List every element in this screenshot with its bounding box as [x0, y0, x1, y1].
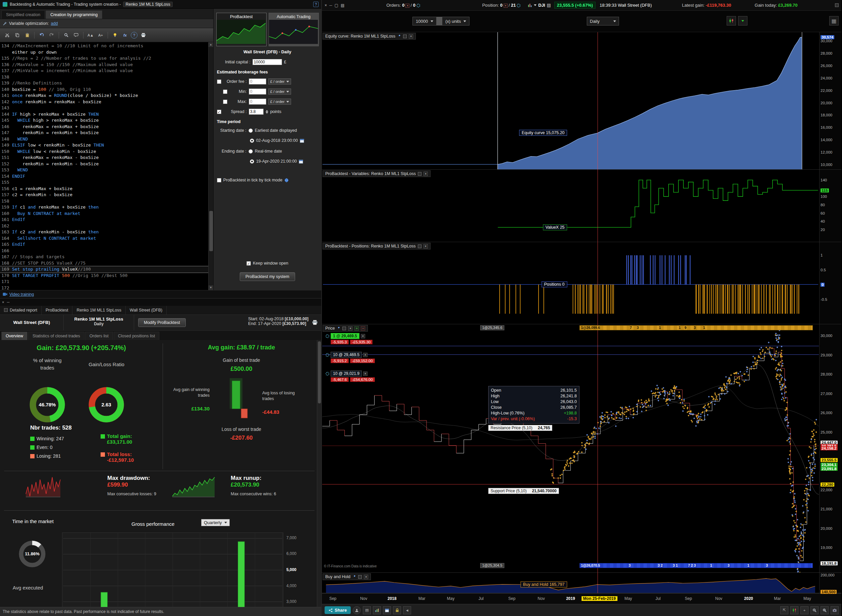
print-icon[interactable]: [139, 31, 148, 40]
buy-icon[interactable]: +: [355, 326, 359, 331]
starting-date-radio[interactable]: [250, 138, 254, 143]
code-line[interactable]: 140boxSize = 100 // 100, Orig 110: [0, 87, 213, 93]
code-line[interactable]: 169Set stop ptrailing ValueX//100: [0, 266, 213, 273]
expand-icon[interactable]: ⇱: [780, 606, 788, 615]
scroll-up-icon[interactable]: ▲: [208, 42, 213, 47]
paste-icon[interactable]: [23, 31, 32, 40]
code-line[interactable]: 149ELSIF low < renkoMin - boxSize THEN: [0, 142, 213, 148]
equity-panel-tab[interactable]: Equity curve: Renko 1M ML1 StpLoss ×: [323, 33, 416, 40]
chart-list-icon[interactable]: [373, 606, 381, 615]
minimize-icon[interactable]: ─: [329, 3, 332, 8]
code-line[interactable]: 152 renkoMin = renkoMin - boxSize: [0, 161, 213, 167]
optimize-icon[interactable]: [111, 31, 119, 40]
quantity-units-dropdown[interactable]: 10000 (x) units: [412, 17, 469, 25]
close-position-icon[interactable]: ×: [363, 353, 368, 357]
font-decrease-icon[interactable]: A+: [96, 31, 105, 40]
buy-and-hold-chart[interactable]: [322, 573, 819, 593]
order-fee-checkbox[interactable]: [217, 79, 222, 84]
code-line[interactable]: 143: [0, 105, 213, 111]
spread-stepper[interactable]: [266, 110, 268, 114]
positions-panel-tab[interactable]: ProBacktest - Positions: Renko 1M ML1 St…: [323, 243, 431, 249]
panel-layout-icon[interactable]: [835, 3, 839, 7]
detach-icon[interactable]: [403, 35, 407, 38]
tab-system-crumb[interactable]: Renko 1M ML1 StpLoss: [72, 306, 125, 315]
initial-capital-input[interactable]: [252, 59, 282, 65]
code-line[interactable]: 138: [0, 74, 213, 81]
wrench-icon[interactable]: [352, 575, 356, 579]
code-scrollbar[interactable]: ▲ ▼: [208, 42, 213, 290]
calendar-icon[interactable]: [300, 138, 304, 143]
spread-checkbox[interactable]: ✓: [217, 110, 222, 114]
keep-window-open-checkbox[interactable]: ✓: [246, 261, 251, 265]
gross-period-dropdown[interactable]: Quarterly: [201, 519, 230, 526]
position-gear-icon[interactable]: [326, 372, 329, 375]
order-fee-unit-dropdown[interactable]: £ / order: [268, 78, 291, 85]
close-icon[interactable]: ×: [424, 172, 428, 176]
share-button[interactable]: Share: [324, 606, 351, 614]
time-axis[interactable]: SepNov2018MarMayJulSepNov2019Mon 25-Feb-…: [322, 593, 841, 604]
max-fee-unit-dropdown[interactable]: £ / order: [268, 98, 291, 105]
tab-probacktest[interactable]: ProBacktest: [216, 13, 267, 46]
max-fee-input[interactable]: [249, 98, 266, 105]
code-line[interactable]: 172: [0, 285, 213, 290]
spread-input[interactable]: [249, 109, 264, 115]
variables-chart[interactable]: [322, 170, 819, 242]
upper-position-strip[interactable]: 1@26,099.67311931: [579, 325, 813, 330]
position-settings-icon[interactable]: [517, 4, 521, 7]
cut-icon[interactable]: [3, 31, 12, 40]
tab-instrument-crumb[interactable]: Wall Street (DFB): [126, 306, 167, 315]
modify-probacktest-button[interactable]: Modify ProBacktest: [138, 318, 186, 327]
buy-and-hold-axis[interactable]: 200,000140,500: [819, 573, 841, 593]
code-line[interactable]: 137//MinValue = increment //Minimum allo…: [0, 68, 213, 74]
candlestick-style-icon[interactable]: [727, 16, 736, 25]
code-line[interactable]: 145 WHILE high > renkoMax + boxSize: [0, 117, 213, 124]
tab-probacktest-crumb[interactable]: ProBacktest: [42, 306, 72, 315]
detach-icon[interactable]: [342, 327, 346, 330]
code-line[interactable]: either up or down: [0, 49, 213, 56]
code-line[interactable]: 170SET TARGET PPROFIT 500 //Orig 150 //B…: [0, 273, 213, 279]
print-report-icon[interactable]: [312, 315, 321, 330]
min-fee-unit-dropdown[interactable]: £ / order: [268, 88, 291, 95]
lock-icon[interactable]: [393, 606, 401, 615]
price-panel-tab[interactable]: Price × + −: [323, 325, 368, 331]
workspace-icon[interactable]: ▤: [363, 606, 371, 615]
insert-function-icon[interactable]: fx: [121, 31, 129, 40]
tick-mode-checkbox[interactable]: [217, 178, 222, 182]
comment-icon[interactable]: [72, 31, 81, 40]
code-line[interactable]: 142once renkoMin = renkoMax - boxSize: [0, 99, 213, 105]
code-line[interactable]: 168//SET STOP PLOSS ValueX //75: [0, 260, 213, 267]
tab-detailed-report[interactable]: Detailed report: [0, 306, 42, 315]
code-line[interactable]: 166: [0, 248, 213, 254]
detach-icon[interactable]: [418, 172, 421, 176]
code-line[interactable]: 136//MaxValue = 150 //150 //Maximum allo…: [0, 62, 213, 68]
code-line[interactable]: 157c2 = renkoMin - boxSize: [0, 192, 213, 198]
copy-icon[interactable]: [13, 31, 22, 40]
font-increase-icon[interactable]: A▲: [86, 31, 95, 40]
price-chart[interactable]: [322, 324, 819, 572]
scroll-left-icon[interactable]: ◄: [403, 606, 411, 615]
zoom-out-icon[interactable]: [810, 606, 819, 615]
code-line[interactable]: 154ENDIF: [0, 173, 213, 180]
positions-chart[interactable]: [322, 242, 819, 324]
help-icon[interactable]: ?: [313, 1, 318, 7]
close-position-icon[interactable]: ×: [363, 371, 368, 376]
code-line[interactable]: 164 Sellshort N CONTRACT at market: [0, 235, 213, 242]
positions-axis[interactable]: -0.50.510: [819, 242, 841, 324]
ending-date-radio[interactable]: [250, 159, 254, 164]
redo-icon[interactable]: [47, 31, 56, 40]
code-line[interactable]: 141once renkoMax = ROUND(close / boxSize…: [0, 92, 213, 99]
close-icon[interactable]: ×: [364, 575, 368, 579]
close-position-icon[interactable]: ×: [504, 4, 508, 8]
close-icon[interactable]: ×: [348, 326, 352, 331]
minimize-icon[interactable]: ─: [7, 300, 9, 304]
video-training-link[interactable]: Video training: [9, 292, 34, 297]
help-circle-icon[interactable]: ?: [131, 32, 138, 38]
code-line[interactable]: 167// Stops and targets: [0, 254, 213, 260]
sell-icon[interactable]: −: [361, 326, 365, 331]
code-editor[interactable]: 134//MaxIncrement = 10 //10 Limit of no …: [0, 42, 213, 290]
close-icon[interactable]: ×: [2, 300, 4, 304]
lower-position-strip[interactable]: 1@26,070.533 23 17 2 31313: [579, 563, 813, 568]
crosshair-tool-icon[interactable]: +: [800, 606, 808, 615]
min-fee-input[interactable]: [249, 88, 266, 95]
tab-orders-list[interactable]: Orders list: [85, 331, 113, 340]
